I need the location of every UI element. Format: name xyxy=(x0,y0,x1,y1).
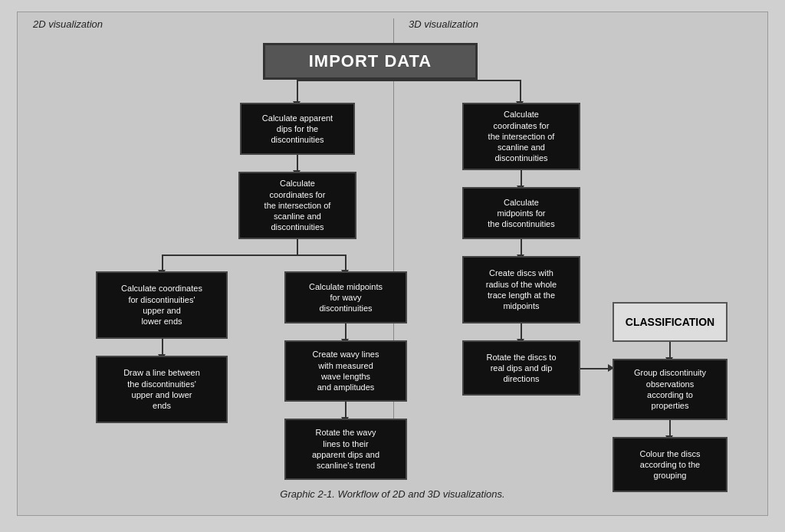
arrow-3d-midpoints xyxy=(521,239,522,256)
rotate-discs-box: Rotate the discs to real dips and dip di… xyxy=(462,340,580,396)
arrow-import-2d xyxy=(297,80,298,103)
arrow-rotate-discs-h xyxy=(580,368,611,369)
classification-box: CLASSIFICATION xyxy=(613,302,728,342)
arrow-left-branch xyxy=(162,255,163,271)
arrow-3d-coords xyxy=(521,170,522,187)
arrow-midpoints-wavy xyxy=(345,323,347,340)
connector-h-top xyxy=(297,80,521,81)
arrow-wavy-rotate xyxy=(345,402,347,419)
arrow-right-branch xyxy=(345,255,347,271)
arrow-group-colour xyxy=(669,420,671,437)
label-2d: 2D visualization xyxy=(33,18,103,30)
calc-coords-2d-box: Calculate coordinates for the intersecti… xyxy=(238,172,356,239)
calc-coords-3d-box: Calculate coordinates for the intersecti… xyxy=(462,103,580,170)
create-wavy-lines-box: Create wavy lines with measured wave len… xyxy=(284,340,407,402)
colour-discs-box: Colour the discs according to the groupi… xyxy=(613,437,728,492)
draw-line-box: Draw a line between the discontinuities'… xyxy=(96,356,228,423)
arrow-coords-2d-split xyxy=(297,239,298,255)
import-data-box: IMPORT DATA xyxy=(263,43,478,80)
arrow-coords-draw xyxy=(162,339,163,356)
calc-apparent-dips-box: Calculate apparent dips for the disconti… xyxy=(240,103,355,155)
split-h-2d xyxy=(162,255,346,256)
calc-midpoints-wavy-box: Calculate midpoints for wavy discontinui… xyxy=(284,271,407,323)
arrow-import-3d xyxy=(520,80,521,103)
group-discontinuity-box: Group discontinuity observations accordi… xyxy=(613,359,728,420)
calc-coords-upper-lower-box: Calculate coordinates for discontinuitie… xyxy=(96,271,228,339)
create-discs-box: Create discs with radius of the whole tr… xyxy=(462,256,580,323)
arrow-3d-create-discs xyxy=(521,323,522,340)
label-3d: 3D visualization xyxy=(409,18,478,30)
arrow-apparent-dips xyxy=(297,155,298,172)
rotate-wavy-box: Rotate the wavy lines to their apparent … xyxy=(284,419,407,480)
arrow-classif-group xyxy=(669,342,671,359)
calc-midpoints-3d-box: Calculate midpoints for the discontinuit… xyxy=(462,187,580,239)
